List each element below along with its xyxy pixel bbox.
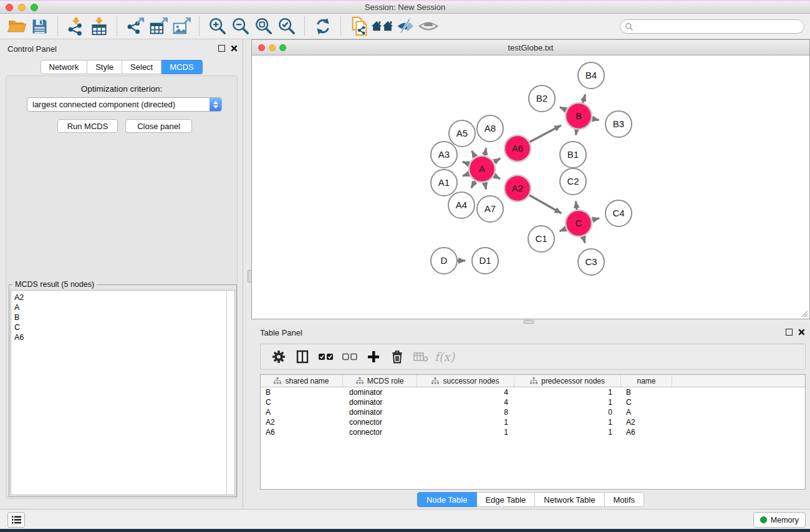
tab-edge-table[interactable]: Edge Table bbox=[476, 492, 535, 507]
add-column-button[interactable] bbox=[362, 345, 385, 369]
table-cell[interactable]: 1 bbox=[417, 418, 514, 427]
table-cell[interactable]: A bbox=[621, 408, 672, 417]
table-cell[interactable]: 1 bbox=[514, 398, 621, 407]
table-settings-button[interactable] bbox=[267, 345, 291, 369]
graph-edge-A-A3[interactable] bbox=[463, 162, 470, 164]
export-table-button[interactable] bbox=[147, 16, 170, 37]
mcds-result-list[interactable]: A2ABCA6 bbox=[11, 290, 235, 495]
graph-edge-B-B2[interactable] bbox=[560, 107, 566, 110]
graph-edge-A-A8[interactable] bbox=[485, 148, 486, 155]
open-session-button[interactable] bbox=[5, 16, 28, 37]
column-selector-button[interactable] bbox=[291, 345, 314, 369]
table-cell[interactable]: 8 bbox=[417, 408, 514, 417]
duplicate-network-button[interactable] bbox=[347, 16, 370, 37]
zoom-fit-button[interactable] bbox=[252, 16, 275, 37]
import-table-button[interactable] bbox=[87, 16, 110, 37]
home-button[interactable] bbox=[370, 16, 393, 37]
zoom-out-button[interactable] bbox=[229, 16, 252, 37]
graph-edge-B-B4[interactable] bbox=[583, 95, 586, 103]
network-canvas[interactable]: AA1A2A3A4A5A6A7A8BB1B2B3B4CC1C2C3C4DD1 bbox=[252, 56, 809, 319]
horizontal-splitter-handle[interactable] bbox=[524, 320, 534, 324]
column-header-shared-name[interactable]: shared name bbox=[261, 375, 343, 387]
tab-node-table[interactable]: Node Table bbox=[417, 492, 477, 507]
table-cell[interactable]: A6 bbox=[621, 428, 672, 437]
column-header-MCDS-role[interactable]: MCDS role bbox=[343, 375, 417, 387]
tab-network-table[interactable]: Network Table bbox=[535, 492, 604, 507]
table-row[interactable]: Bdominator41B bbox=[261, 387, 805, 397]
delete-table-button[interactable] bbox=[409, 345, 433, 369]
tab-network[interactable]: Network bbox=[40, 60, 87, 74]
table-cell[interactable]: 1 bbox=[514, 388, 621, 397]
result-item[interactable]: A2 bbox=[11, 293, 234, 302]
tab-motifs[interactable]: Motifs bbox=[604, 492, 644, 507]
table-cell[interactable]: 4 bbox=[417, 388, 514, 397]
hide-graphics-details-button[interactable] bbox=[393, 16, 417, 37]
close-window-button[interactable] bbox=[6, 4, 13, 11]
close-panel-icon[interactable] bbox=[231, 45, 238, 52]
graph-edge-C-C3[interactable] bbox=[583, 236, 585, 243]
minimize-window-button[interactable] bbox=[18, 4, 26, 11]
refresh-button[interactable] bbox=[311, 16, 334, 37]
table-cell[interactable]: dominator bbox=[343, 408, 417, 417]
graph-edge-A-A6[interactable] bbox=[494, 158, 500, 162]
minimize-view-button[interactable] bbox=[269, 44, 276, 51]
close-view-button[interactable] bbox=[258, 44, 265, 51]
table-cell[interactable]: A bbox=[261, 408, 343, 417]
window-resize-grip[interactable] bbox=[799, 309, 808, 317]
graph-edge-A-A1[interactable] bbox=[463, 174, 469, 177]
table-cell[interactable]: 4 bbox=[417, 398, 514, 407]
result-scrollbar[interactable] bbox=[226, 291, 234, 495]
close-panel-button[interactable]: Close panel bbox=[125, 119, 192, 133]
result-item[interactable]: A bbox=[11, 302, 234, 312]
graph-edge-B-B3[interactable] bbox=[592, 118, 599, 120]
graph-edge-A-A2[interactable] bbox=[494, 176, 500, 179]
deselect-all-button[interactable] bbox=[338, 345, 362, 369]
criterion-dropdown[interactable]: largest connected component (directed) bbox=[27, 97, 222, 112]
node-table[interactable]: shared nameMCDS rolesuccessor nodesprede… bbox=[260, 374, 806, 490]
zoom-window-button[interactable] bbox=[31, 4, 38, 11]
show-graphics-details-button[interactable] bbox=[417, 16, 440, 37]
table-cell[interactable]: connector bbox=[343, 428, 417, 437]
table-cell[interactable]: 0 bbox=[514, 408, 621, 417]
table-cell[interactable]: 1 bbox=[514, 418, 621, 427]
column-header-predecessor-nodes[interactable]: predecessor nodes bbox=[514, 375, 621, 387]
table-cell[interactable]: dominator bbox=[343, 388, 417, 397]
result-item[interactable]: C bbox=[11, 322, 234, 332]
table-cell[interactable]: A6 bbox=[261, 428, 343, 437]
table-cell[interactable]: A2 bbox=[621, 418, 672, 427]
tab-mcds[interactable]: MCDS bbox=[162, 60, 202, 74]
graph-edge-A-A4[interactable] bbox=[471, 181, 475, 188]
function-builder-button[interactable]: f(x) bbox=[433, 345, 456, 369]
zoom-in-button[interactable] bbox=[206, 16, 229, 37]
result-item[interactable]: B bbox=[11, 312, 234, 322]
export-image-button[interactable] bbox=[170, 16, 193, 37]
graph-edge-B-B1[interactable] bbox=[576, 130, 577, 135]
table-row[interactable]: A6connector11A6 bbox=[261, 427, 805, 437]
close-panel-icon[interactable] bbox=[798, 329, 805, 336]
column-header-successor-nodes[interactable]: successor nodes bbox=[417, 375, 514, 387]
table-cell[interactable]: 1 bbox=[417, 428, 514, 437]
float-panel-icon[interactable] bbox=[786, 329, 793, 336]
delete-column-button[interactable] bbox=[385, 345, 409, 369]
table-cell[interactable]: B bbox=[261, 388, 343, 397]
tab-select[interactable]: Select bbox=[122, 60, 162, 74]
result-item[interactable]: A6 bbox=[11, 332, 234, 342]
graph-edge-A-A5[interactable] bbox=[472, 151, 476, 157]
search-input[interactable] bbox=[637, 22, 804, 31]
table-cell[interactable]: B bbox=[621, 388, 672, 397]
graph-edge-A6-B[interactable] bbox=[529, 125, 561, 142]
table-cell[interactable]: connector bbox=[343, 418, 417, 427]
import-network-button[interactable] bbox=[64, 16, 87, 37]
save-session-button[interactable] bbox=[28, 16, 51, 37]
table-cell[interactable]: 1 bbox=[514, 428, 621, 437]
table-cell[interactable]: dominator bbox=[343, 398, 417, 407]
graph-edge-C-C1[interactable] bbox=[560, 229, 566, 231]
table-row[interactable]: Adominator80A bbox=[261, 407, 805, 417]
zoom-selected-button[interactable] bbox=[275, 16, 298, 37]
table-row[interactable]: A2connector11A2 bbox=[261, 417, 805, 427]
export-network-button[interactable] bbox=[123, 16, 147, 37]
column-header-name[interactable]: name bbox=[621, 375, 672, 387]
graph-edge-A2-C[interactable] bbox=[529, 195, 561, 213]
zoom-view-button[interactable] bbox=[279, 44, 286, 51]
select-all-button[interactable] bbox=[314, 345, 338, 369]
